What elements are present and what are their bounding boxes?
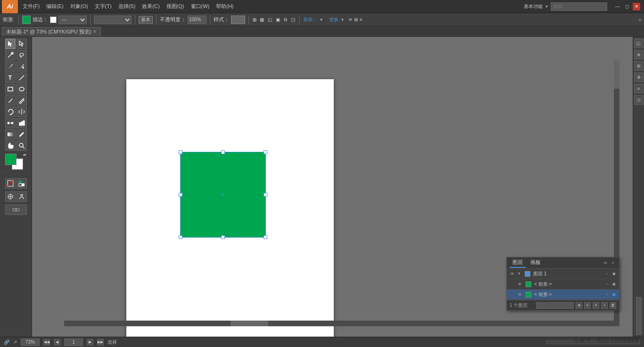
- direct-select-tool-btn[interactable]: [17, 39, 27, 49]
- artboards-tab[interactable]: 画板: [528, 258, 544, 268]
- navigator-btn[interactable]: [5, 191, 16, 202]
- placeholder-btn[interactable]: [17, 191, 27, 202]
- layer-options-btn[interactable]: ≡: [593, 302, 599, 309]
- reflect-btn[interactable]: [17, 107, 27, 117]
- handle-mid-left[interactable]: [179, 193, 182, 197]
- green-rectangle[interactable]: [181, 152, 265, 237]
- delete-layer-btn[interactable]: 🗑: [610, 302, 616, 309]
- layer-item-visibility-icon-1[interactable]: 👁: [516, 281, 523, 288]
- more-tools5[interactable]: ◳: [291, 17, 295, 22]
- menu-select[interactable]: 选择(S): [116, 2, 139, 11]
- horizontal-scrollbar[interactable]: [64, 321, 619, 326]
- right-panel-btn-1[interactable]: ◱: [634, 39, 644, 48]
- rect-btn[interactable]: [5, 84, 16, 94]
- page-input[interactable]: [64, 339, 83, 346]
- menu-effect[interactable]: 效果(C): [139, 2, 162, 11]
- maximize-button[interactable]: ◻: [623, 3, 631, 10]
- layer-row-1[interactable]: 👁 ▼ 图层 1 ○ ◼: [507, 269, 619, 279]
- more-tools4[interactable]: ⧉: [284, 17, 287, 23]
- new-layer-btn[interactable]: +: [601, 302, 608, 309]
- minimize-button[interactable]: —: [614, 3, 621, 10]
- page-step-back-btn[interactable]: ◀: [54, 339, 60, 346]
- more-options3[interactable]: ≡: [360, 17, 363, 22]
- stroke-style-select[interactable]: [94, 16, 132, 24]
- right-scrollbar[interactable]: [636, 297, 642, 335]
- canvas-area[interactable]: 图层 画板 ≫ ≡ 👁 ▼ 图层 1 ○ ◼ 👁: [32, 37, 633, 337]
- handle-top-left[interactable]: [179, 150, 182, 154]
- layer-item-visibility-icon-2[interactable]: 👁: [516, 291, 523, 298]
- doc-tab-active[interactable]: 未标题-1* @ 73% (CMYK/GPU 预览) ✕: [2, 27, 101, 36]
- swap-colors-btn[interactable]: ⇄: [23, 153, 28, 157]
- magic-wand-btn[interactable]: [5, 50, 16, 60]
- lasso-btn[interactable]: [17, 50, 27, 60]
- right-panel-btn-3[interactable]: ⊞: [634, 61, 644, 71]
- handle-bottom-left[interactable]: [179, 235, 182, 239]
- select-tool-btn[interactable]: [5, 39, 16, 49]
- menu-window[interactable]: 窗口(W): [188, 2, 213, 11]
- shape-dropdown-icon[interactable]: ▼: [319, 17, 323, 22]
- opacity-input[interactable]: [188, 16, 206, 24]
- pen-btn[interactable]: [5, 61, 16, 72]
- more-tools3[interactable]: ▣: [276, 17, 280, 22]
- layer-item-row-2[interactable]: 👁 < 矩形 > ○ ◼: [507, 289, 619, 300]
- align-icon[interactable]: ⊕: [252, 17, 257, 23]
- right-panel-btn-4[interactable]: ⚙: [634, 73, 644, 82]
- gradient-btn[interactable]: [5, 129, 16, 140]
- artboard-tool-btn[interactable]: [5, 205, 27, 215]
- search-input[interactable]: [551, 2, 607, 11]
- layer-sort-btn[interactable]: ≡: [584, 302, 591, 309]
- default-colors-btn[interactable]: ⬛: [4, 171, 8, 174]
- page-last-btn[interactable]: ▶▶: [97, 339, 104, 346]
- handle-bottom-right[interactable]: [264, 235, 267, 239]
- fill-color-swatch[interactable]: [22, 16, 31, 24]
- style-swatch[interactable]: [231, 16, 245, 24]
- eyedropper-btn[interactable]: [17, 129, 27, 140]
- transform-label[interactable]: 变换: [329, 17, 339, 23]
- page-step-fwd-btn[interactable]: ▶: [87, 339, 93, 346]
- layer-item-target-1[interactable]: ◼: [612, 282, 617, 287]
- right-panel-btn-6[interactable]: ◷: [634, 95, 644, 105]
- paintbrush-btn[interactable]: [5, 95, 16, 106]
- layer-item-lock-1[interactable]: ○: [606, 282, 611, 287]
- selected-object-wrapper[interactable]: [181, 152, 265, 237]
- layer-visibility-icon[interactable]: 👁: [509, 271, 515, 277]
- chart-btn[interactable]: [17, 118, 27, 128]
- right-panel-btn-2[interactable]: ⊕: [634, 50, 644, 59]
- shape-label[interactable]: 形状：: [303, 17, 317, 23]
- pen-add-btn[interactable]: +: [17, 61, 27, 72]
- menu-text[interactable]: 文字(T): [92, 2, 115, 11]
- page-prev-btn[interactable]: ◀◀: [43, 339, 50, 346]
- text-btn[interactable]: T: [5, 73, 16, 83]
- right-panel-btn-5[interactable]: ≡: [634, 84, 644, 93]
- pencil-btn[interactable]: [17, 95, 27, 106]
- layer-search-input[interactable]: [536, 302, 574, 309]
- zoom-input[interactable]: [21, 339, 40, 346]
- more-options2[interactable]: ⊞: [354, 17, 358, 22]
- handle-top-right[interactable]: [264, 150, 267, 154]
- zoom-btn[interactable]: [17, 140, 27, 151]
- layer-expand-arrow[interactable]: ▼: [517, 272, 522, 276]
- layer-find-btn[interactable]: ⊕: [576, 302, 582, 309]
- handle-top-center[interactable]: [221, 150, 225, 154]
- handle-bottom-center[interactable]: [221, 235, 225, 239]
- more-options1[interactable]: ✕: [348, 17, 352, 22]
- foreground-color-swatch[interactable]: [5, 154, 17, 165]
- transform-dropdown-icon[interactable]: ▼: [340, 17, 345, 22]
- hand-btn[interactable]: [5, 140, 16, 151]
- horizontal-scrollbar-thumb[interactable]: [231, 321, 268, 326]
- rotate-btn[interactable]: [5, 107, 16, 117]
- more-tools1[interactable]: ▦: [260, 17, 264, 22]
- menu-object[interactable]: 对象(O): [67, 2, 91, 11]
- stroke-color-swatch[interactable]: [50, 17, 57, 23]
- layers-tab[interactable]: 图层: [510, 258, 526, 268]
- toolbar-settings-icon[interactable]: ≡: [639, 17, 641, 22]
- layer-target-icon[interactable]: ◼: [612, 272, 617, 276]
- ellipse-btn[interactable]: [17, 84, 27, 94]
- menu-file[interactable]: 文件(F): [20, 2, 42, 11]
- fill-none-btn[interactable]: [5, 178, 16, 189]
- panel-expand-btn[interactable]: ≫: [602, 260, 609, 266]
- blend-btn[interactable]: [5, 118, 16, 128]
- menu-edit[interactable]: 编辑(E): [43, 2, 66, 11]
- handle-mid-right[interactable]: [264, 193, 267, 197]
- layer-lock-icon[interactable]: ○: [606, 272, 611, 276]
